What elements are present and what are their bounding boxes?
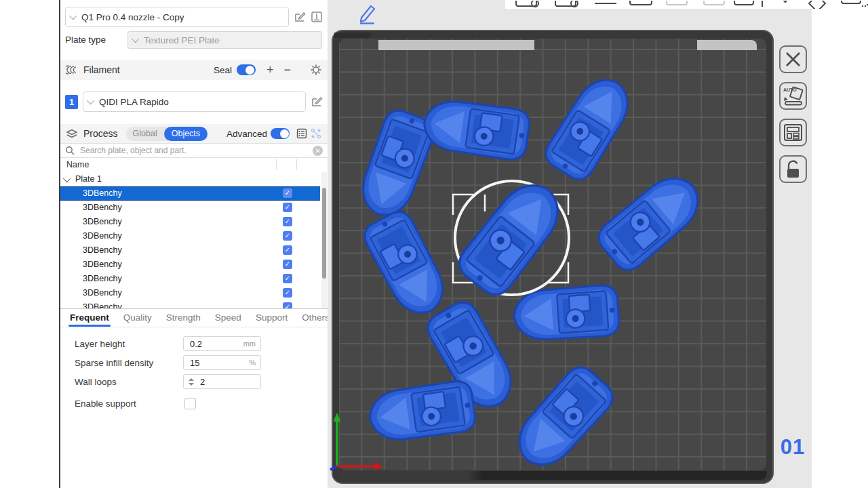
benchy-model-3[interactable]	[540, 69, 639, 184]
plate-type-value: Textured PEI Plate	[144, 35, 220, 45]
settings-tabs: Frequent Quality Strength Speed Support …	[60, 309, 328, 327]
process-section-header: Process Global Objects Advanced	[60, 124, 328, 143]
process-section-title: Process	[83, 128, 118, 139]
sidebar: Q1 Pro 0.4 nozzle - Copy Plate type Text…	[60, 0, 328, 488]
object-visible-checkbox[interactable]: ✓	[283, 302, 292, 308]
tab-strength[interactable]: Strength	[166, 309, 201, 327]
layer-height-label: Layer height	[75, 339, 125, 349]
tree-name-header: Name	[66, 160, 89, 169]
advanced-toggle[interactable]	[271, 128, 290, 139]
tree-item-3dbenchy[interactable]: 3DBenchy ✓	[60, 215, 320, 229]
process-layers-icon	[66, 127, 78, 140]
arrange-objects-button[interactable]	[779, 119, 807, 146]
parameter-list-icon[interactable]	[296, 127, 308, 140]
scene-overlay	[328, 0, 812, 488]
edit-preset-icon[interactable]	[294, 11, 306, 23]
object-visible-checkbox[interactable]: ✓	[283, 288, 292, 298]
plate-number-badge: 01	[776, 435, 809, 460]
benchy-model-5[interactable]	[359, 207, 453, 323]
chevron-down-icon	[69, 12, 77, 20]
tab-support[interactable]: Support	[256, 309, 288, 327]
seal-toggle[interactable]	[237, 64, 256, 75]
arrange-icon	[781, 120, 806, 145]
printer-preset-dropdown[interactable]: Q1 Pro 0.4 nozzle - Copy	[65, 7, 289, 27]
filament-section-header: Filament Seal + −	[60, 60, 328, 80]
tab-speed[interactable]: Speed	[215, 309, 241, 327]
expander-chevron-icon[interactable]	[63, 174, 71, 182]
layer-height-input[interactable]	[189, 338, 232, 350]
object-tree: Name Plate 1 3DBenchy ✓ 3DBenchy ✓ 3DBen…	[60, 158, 328, 308]
filament-preset-dropdown[interactable]: QIDI PLA Rapido	[83, 92, 306, 112]
plate-type-label: Plate type	[65, 35, 106, 45]
tree-item-3dbenchy[interactable]: 3DBenchy ✓	[60, 300, 320, 308]
process-scope-switch: Global Objects	[126, 127, 208, 141]
tree-item-3dbenchy[interactable]: 3DBenchy ✓	[60, 243, 320, 258]
sparse-infill-input[interactable]	[189, 357, 232, 369]
object-visible-checkbox[interactable]: ✓	[283, 203, 292, 212]
layer-height-unit: mm	[243, 340, 256, 348]
scope-objects-button[interactable]: Objects	[164, 127, 208, 141]
wall-loops-label: Wall loops	[75, 377, 117, 387]
enable-support-label: Enable support	[75, 399, 136, 409]
quantity-stepper[interactable]	[189, 378, 194, 386]
chevron-down-icon	[132, 35, 139, 43]
object-visible-checkbox[interactable]: ✓	[283, 188, 292, 198]
tree-node-plate-1[interactable]: Plate 1	[60, 172, 328, 186]
scrollbar-thumb[interactable]	[322, 188, 326, 279]
scope-global-button[interactable]: Global	[126, 129, 164, 138]
printer-settings-icon[interactable]	[311, 11, 323, 23]
sparse-infill-field: %	[183, 355, 261, 370]
sparse-infill-label: Sparse infill density	[75, 358, 153, 368]
enable-support-checkbox[interactable]	[184, 398, 196, 409]
compare-params-icon[interactable]	[310, 127, 322, 140]
clear-search-icon[interactable]: ✕	[313, 146, 323, 156]
edit-filament-icon[interactable]	[311, 96, 323, 108]
tree-item-3dbenchy[interactable]: 3DBenchy ✓	[60, 201, 320, 215]
tree-header-row: Name	[60, 158, 328, 172]
filament-preset-label: QIDI PLA Rapido	[99, 97, 169, 107]
printer-preset-label: Q1 Pro 0.4 nozzle - Copy	[81, 12, 184, 22]
add-filament-button[interactable]: +	[267, 64, 274, 76]
wall-loops-input[interactable]	[199, 376, 242, 388]
layer-height-field: mm	[183, 336, 261, 351]
seal-label: Seal	[214, 65, 232, 75]
object-visible-checkbox[interactable]: ✓	[283, 245, 292, 255]
tree-item-3dbenchy[interactable]: 3DBenchy ✓	[60, 186, 320, 201]
filament-slot-badge[interactable]: 1	[65, 95, 78, 109]
tree-item-3dbenchy[interactable]: 3DBenchy ✓	[60, 286, 320, 300]
auto-orient-button[interactable]: AUTO	[779, 82, 807, 110]
benchy-model-2[interactable]	[421, 97, 532, 162]
object-visible-checkbox[interactable]: ✓	[283, 260, 292, 269]
lock-open-icon	[781, 157, 806, 182]
delete-plate-button[interactable]	[779, 45, 807, 73]
tree-item-3dbenchy[interactable]: 3DBenchy ✓	[60, 272, 320, 286]
lock-plate-button[interactable]	[779, 155, 807, 183]
plate-type-dropdown[interactable]: Textured PEI Plate	[127, 31, 322, 49]
object-visible-checkbox[interactable]: ✓	[283, 274, 292, 283]
tree-scrollbar[interactable]	[321, 172, 327, 308]
filament-icon	[66, 64, 78, 76]
benchy-model-4[interactable]	[593, 166, 710, 277]
close-icon	[781, 47, 806, 72]
remove-filament-button[interactable]: −	[283, 64, 291, 76]
advanced-label: Advanced	[226, 129, 267, 139]
tree-item-3dbenchy[interactable]: 3DBenchy ✓	[60, 258, 320, 272]
tab-quality[interactable]: Quality	[123, 309, 152, 327]
object-visible-checkbox[interactable]: ✓	[283, 231, 292, 241]
tab-others[interactable]: Others	[302, 309, 330, 327]
benchy-model-6-selected[interactable]	[453, 172, 572, 301]
search-icon	[65, 146, 75, 155]
sparse-infill-unit: %	[249, 359, 256, 367]
chevron-down-icon	[87, 97, 94, 104]
benchy-model-10[interactable]	[507, 361, 618, 477]
object-visible-checkbox[interactable]: ✓	[283, 217, 292, 226]
tree-item-3dbenchy[interactable]: 3DBenchy ✓	[60, 229, 320, 243]
filament-settings-gear-icon[interactable]	[310, 64, 322, 76]
search-input[interactable]	[79, 145, 313, 156]
benchy-model-9[interactable]	[367, 380, 477, 445]
filament-section-title: Filament	[83, 64, 120, 75]
tab-frequent[interactable]: Frequent	[70, 309, 109, 327]
viewport: AUTO 01	[328, 0, 868, 488]
left-gutter	[0, 0, 59, 488]
search-bar: ✕	[60, 143, 328, 158]
